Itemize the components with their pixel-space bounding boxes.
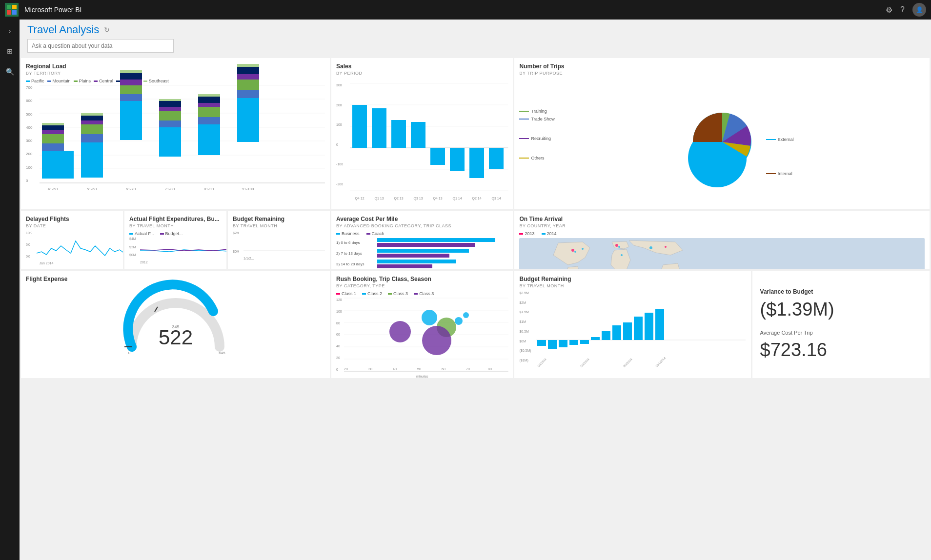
app-logo: [5, 3, 19, 17]
svg-rect-2: [7, 10, 11, 15]
settings-icon[interactable]: ⚙: [886, 5, 892, 15]
topbar: Microsoft Power BI ⚙ ? 👤: [0, 0, 931, 20]
app-name: Microsoft Power BI: [24, 6, 81, 14]
svg-rect-0: [7, 5, 11, 9]
svg-rect-1: [12, 5, 17, 9]
nav-icons: ⚙ ? 👤: [886, 3, 926, 17]
help-icon[interactable]: ?: [900, 5, 905, 14]
user-avatar[interactable]: 👤: [912, 3, 926, 17]
svg-rect-3: [12, 10, 17, 15]
